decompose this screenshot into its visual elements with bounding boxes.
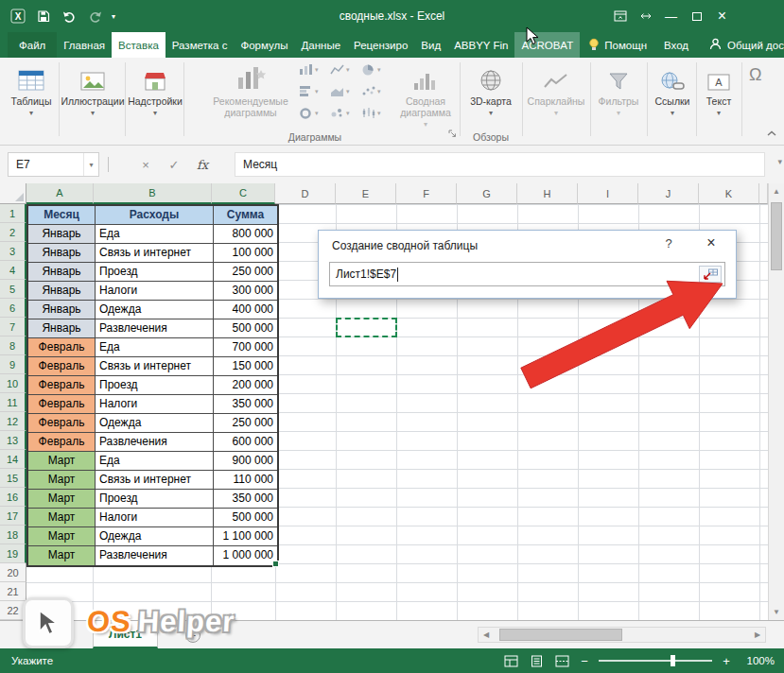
ribbon-button-tables[interactable]: Таблицы▾	[6, 60, 57, 136]
table-cell-category[interactable]: Развлечения	[96, 319, 214, 338]
table-cell-amount[interactable]: 350 000	[214, 490, 277, 509]
table-cell-category[interactable]: Одежда	[96, 414, 214, 433]
insert-function-icon[interactable]: fx	[191, 152, 214, 177]
minimize-icon[interactable]: —	[658, 0, 684, 32]
table-cell-amount[interactable]: 200 000	[214, 376, 277, 395]
column-header-C[interactable]: C	[212, 183, 275, 204]
column-header-B[interactable]: B	[94, 183, 212, 204]
tab-insert[interactable]: Вставка	[112, 32, 166, 58]
table-cell-category[interactable]: Налоги	[96, 282, 214, 301]
tab-acrobat[interactable]: ACROBAT	[514, 32, 580, 58]
table-cell-month[interactable]: Январь	[28, 263, 96, 282]
redo-icon[interactable]	[86, 8, 103, 25]
table-cell-amount[interactable]: 250 000	[214, 414, 277, 433]
column-header-D[interactable]: D	[275, 183, 336, 204]
table-cell-amount[interactable]: 300 000	[214, 282, 277, 301]
table-cell-category[interactable]: Одежда	[96, 301, 214, 319]
tab-abbyy-finereader[interactable]: ABBYY Fin	[447, 32, 514, 58]
scroll-down-icon[interactable]: ▼	[769, 604, 784, 620]
table-cell-amount[interactable]: 900 000	[214, 452, 277, 471]
column-header-A[interactable]: A	[26, 183, 94, 204]
chart-type-button-3[interactable]: ▾	[361, 63, 381, 76]
table-cell-month[interactable]: Январь	[28, 244, 96, 263]
tab-data[interactable]: Данные	[295, 32, 348, 58]
row-header-9[interactable]: 9	[0, 355, 26, 374]
tell-me-box[interactable]: Помощн	[580, 32, 655, 58]
ribbon-button-map3d[interactable]: 3D-карта▾	[465, 60, 516, 136]
save-icon[interactable]	[35, 8, 52, 25]
table-cell-category[interactable]: Развлечения	[96, 546, 214, 565]
table-header-cell[interactable]: Месяц	[28, 206, 96, 225]
ribbon-button-text[interactable]: АТекст▾	[700, 60, 738, 136]
row-header-3[interactable]: 3	[0, 242, 26, 261]
table-cell-amount[interactable]: 150 000	[214, 357, 277, 376]
zoom-level[interactable]: 100%	[740, 655, 775, 666]
table-cell-category[interactable]: Еда	[96, 225, 214, 244]
dialog-help-button[interactable]: ?	[660, 236, 677, 250]
row-header-6[interactable]: 6	[0, 299, 26, 318]
chart-type-button-9[interactable]: ▾	[361, 107, 381, 119]
table-cell-category[interactable]: Еда	[96, 338, 214, 357]
row-header-5[interactable]: 5	[0, 280, 26, 299]
table-cell-month[interactable]: Март	[28, 527, 96, 546]
zoom-out-icon[interactable]: −	[579, 654, 590, 668]
row-header-13[interactable]: 13	[0, 431, 26, 450]
expand-formula-bar-icon[interactable]: ▾	[777, 157, 782, 166]
symbols-group-partial-icon[interactable]: Ω	[749, 65, 761, 85]
table-cell-amount[interactable]: 700 000	[214, 338, 277, 357]
chart-type-button-7[interactable]: ▾	[299, 107, 319, 119]
page-layout-view-icon[interactable]	[528, 653, 545, 668]
column-header-H[interactable]: H	[517, 183, 578, 204]
column-header-G[interactable]: G	[457, 183, 517, 204]
zoom-slider[interactable]	[599, 654, 712, 667]
chart-type-button-4[interactable]: ▾	[299, 85, 319, 97]
zoom-in-icon[interactable]: +	[721, 654, 732, 668]
maximize-icon[interactable]	[684, 0, 709, 32]
row-header-10[interactable]: 10	[0, 374, 26, 393]
row-header-14[interactable]: 14	[0, 450, 26, 469]
tab-review[interactable]: Рецензиро	[347, 32, 414, 58]
row-header-2[interactable]: 2	[0, 223, 26, 242]
row-header-21[interactable]: 21	[0, 582, 26, 601]
undo-icon[interactable]	[61, 8, 78, 25]
row-header-18[interactable]: 18	[0, 526, 26, 544]
tab-view[interactable]: Вид	[414, 32, 447, 58]
table-cell-category[interactable]: Проезд	[96, 490, 214, 509]
table-cell-month[interactable]: Февраль	[28, 376, 96, 395]
fill-handle[interactable]	[272, 561, 279, 567]
table-cell-category[interactable]: Налоги	[96, 509, 214, 527]
table-cell-month[interactable]: Март	[28, 509, 96, 527]
table-cell-amount[interactable]: 800 000	[214, 225, 277, 244]
column-header-I[interactable]: I	[578, 183, 638, 204]
chart-type-button-8[interactable]: ▾	[330, 107, 350, 119]
scroll-up-icon[interactable]: ▲	[769, 183, 784, 199]
cancel-entry-icon[interactable]: ×	[134, 152, 157, 177]
ribbon-button-addins[interactable]: Надстройки▾	[129, 60, 182, 136]
table-cell-category[interactable]: Связь и интернет	[96, 471, 214, 490]
row-header-8[interactable]: 8	[0, 336, 26, 355]
ribbon-button-sparklines[interactable]: Спарклайны▾	[526, 60, 586, 136]
table-cell-month[interactable]: Март	[28, 546, 96, 565]
table-cell-amount[interactable]: 400 000	[214, 301, 277, 319]
table-cell-amount[interactable]: 250 000	[214, 263, 277, 282]
zoom-slider-thumb[interactable]	[671, 655, 675, 666]
ribbon-button-links[interactable]: Ссылки▾	[651, 60, 694, 136]
table-cell-month[interactable]: Март	[28, 452, 96, 471]
vertical-scrollbar[interactable]: ▲ ▼	[768, 183, 784, 620]
table-cell-month[interactable]: Январь	[28, 301, 96, 319]
chart-type-button-6[interactable]: ▾	[361, 85, 381, 97]
chart-type-button-5[interactable]: ▾	[330, 85, 350, 97]
row-header-16[interactable]: 16	[0, 488, 26, 507]
column-header-K[interactable]: K	[699, 183, 759, 204]
row-header-20[interactable]: 20	[0, 563, 26, 582]
column-header-F[interactable]: F	[396, 183, 457, 204]
page-break-view-icon[interactable]	[553, 653, 570, 668]
table-cell-month[interactable]: Февраль	[28, 433, 96, 452]
table-header-cell[interactable]: Расходы	[96, 206, 214, 225]
table-cell-category[interactable]: Налоги	[96, 395, 214, 414]
table-cell-month[interactable]: Февраль	[28, 357, 96, 376]
sign-in-button[interactable]: Вход	[655, 32, 697, 58]
normal-view-icon[interactable]	[502, 653, 519, 668]
row-header-19[interactable]: 19	[0, 544, 26, 563]
row-header-15[interactable]: 15	[0, 469, 26, 488]
